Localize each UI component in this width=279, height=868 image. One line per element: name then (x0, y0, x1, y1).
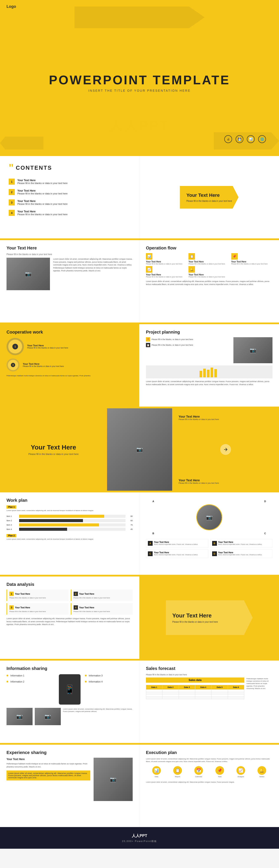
cooperative-title: Cooperative work (6, 330, 133, 335)
experience-title: Experience sharing (6, 750, 133, 755)
exec-icon-notice: 🔔 (257, 766, 266, 775)
arrow-title: Your Text Here (28, 444, 79, 451)
abcd-label-a: A (152, 500, 154, 503)
coop-item-title-2: Your Text Here (23, 363, 64, 365)
bar-track-2 (19, 519, 125, 522)
slide-text-operation: Your Text Here Please fill in the blanks… (0, 240, 279, 322)
project-body: Lorem ipsum dolor sit amet, consectetuer… (146, 380, 273, 386)
abcd-text-c: Nunc viverra imperdiet enim. Fusce est. … (154, 554, 198, 556)
exec-icon-analysis: 📈 (236, 766, 245, 775)
data-analysis-section: Data analysis 1 Your Text Here Please fi… (0, 577, 139, 659)
contents-item-3: 3 Your Text Here Please fill in the blan… (9, 198, 131, 207)
arrow-subtitle: Please fill in the blanks or data in you… (28, 453, 79, 455)
text-section: Your Text Here Please fill in the blanks… (0, 240, 139, 322)
globe-icon[interactable]: 🌐 (258, 135, 266, 143)
info-lines-right: Information 3 Information 4 (85, 674, 133, 705)
print-icon[interactable]: 🖨 (224, 135, 232, 143)
bar-track-1 (19, 515, 125, 518)
text-body: Lorem ipsum dolor sit amet, consectetuer… (53, 258, 133, 290)
data-body: Lorem ipsum dolor sit amet, consectetuer… (6, 617, 133, 626)
op-text-2: Please fill in the blanks or data in you… (189, 263, 230, 265)
data-num-4: 4 (74, 605, 78, 610)
logo-text: Logo (6, 4, 16, 9)
svg-rect-4 (214, 369, 217, 377)
col-1: Data 1 (146, 685, 162, 690)
data-title-4: Your Text Here (79, 607, 94, 609)
abcd-letter-b: B (212, 541, 217, 546)
contents-num-2: 2 (9, 189, 15, 195)
abcd-label-d: D (264, 500, 266, 503)
svg-rect-1 (203, 369, 206, 377)
experience-content: Your Text Here Pellentesque habitant mor… (6, 758, 133, 801)
data-text-3: Please fill in the blanks or data in you… (9, 611, 66, 613)
chart-icon[interactable]: 📊 (247, 135, 255, 143)
data-item-2: 2 Your Text Here Please fill in the blan… (71, 589, 133, 601)
bar-val-3: 75 (127, 524, 133, 526)
abcd-text-a: Nunc viverra imperdiet enim. Fusce est. … (154, 543, 198, 545)
circle (196, 504, 222, 530)
arrow-side-texts: Your Text Here Please fill in the blanks… (172, 408, 279, 491)
op-title-2: Your Text Here (189, 260, 230, 263)
contents-right: Your Text Here Please fill in the blanks… (139, 156, 279, 239)
chart-bar-placeholder (146, 365, 273, 378)
workplan-section: Work plan Plan 1 Lorem ipsum dolor amet,… (0, 492, 139, 575)
info-body-text: Lorem ipsum dolor sit amet, consectetur … (63, 708, 133, 725)
sub-title: INSERT THE TITLE OF YOUR PRESENTATION HE… (88, 89, 191, 92)
slide-contents: " CONTENTS 1 Your Text Here Please fill … (0, 156, 279, 239)
table-row-3 (146, 694, 244, 697)
footer-logo: 人人PPT (132, 833, 147, 838)
save-icon[interactable]: 💾 (235, 135, 243, 143)
op-title-5: Your Text Here (189, 274, 230, 276)
footer: 人人PPT 20,000+ PowerPoint模板 (0, 827, 279, 849)
slide-workplan: Work plan Plan 1 Lorem ipsum dolor amet,… (0, 492, 279, 575)
bar-fill-4 (19, 528, 67, 531)
op-title-1: Your Text Here (146, 260, 187, 263)
plan1-text: Lorem ipsum dolor amet, consectetur adip… (6, 509, 133, 512)
data-item-4: 4 Your Text Here Please fill in the blan… (71, 603, 133, 615)
cooperative-section: Cooperative work ⚙ 1 Your Text Here Plea… (0, 324, 139, 407)
data-analysis-title: Data analysis (6, 582, 133, 587)
arrow-text-section: Your Text Here Please fill in the blanks… (0, 408, 107, 491)
info-label-4: Information 4 (89, 680, 103, 683)
op-text-1: Please fill in the blanks or data in you… (146, 263, 187, 265)
execution-title: Execution plan (146, 750, 273, 755)
circle-photo (197, 504, 222, 530)
info-dot-1 (6, 675, 8, 676)
abcd-item-a: A Your Text Here Nunc viverra imperdiet … (146, 539, 208, 548)
contents-item-text-3: Please fill in the blanks or data in you… (17, 203, 67, 205)
operation-section: Operation flow 📊 Your Text Here Please f… (139, 240, 279, 322)
abcd-letter-c: C (148, 551, 152, 556)
bar-label-2: Item 2 (6, 520, 17, 522)
exec-icon-2: 📋 Report (173, 766, 182, 778)
quote-mark: " (9, 162, 14, 173)
exec-icon-4: 📌 Task (215, 766, 224, 778)
abcd-letter-d: D (212, 551, 217, 556)
bar-val-1: 80 (127, 515, 133, 517)
contents-list: 1 Your Text Here Please fill in the blan… (9, 177, 131, 217)
op-icon-3: 📌 (231, 253, 238, 260)
contents-item-title-2: Your Text Here (17, 189, 67, 192)
info-title: Information sharing (6, 666, 133, 671)
bar-row-1: Item 1 80 (6, 515, 133, 518)
bar-val-4: 45 (127, 528, 133, 530)
plan1-block: Plan 1 Lorem ipsum dolor amet, consectet… (6, 505, 133, 512)
abcd-title-c: Your Text Here (154, 551, 198, 554)
data-num-1: 1 (9, 592, 14, 596)
abcd-item-b: B Your Text Here Nunc viverra imperdiet … (210, 539, 273, 548)
data-right-title: Your Text Here (172, 612, 246, 619)
exec-icon-calendar: 📅 (194, 766, 203, 775)
data-right-text: Please fill in the blanks or data in you… (172, 621, 246, 623)
execution-section: Execution plan Lorem ipsum dolor sit ame… (139, 745, 279, 827)
info-dot-2 (6, 681, 8, 682)
experience-body1: Pellentesque habitant morbi tristique se… (6, 763, 90, 768)
experience-text-block: Your Text Here Pellentesque habitant mor… (6, 758, 90, 801)
table-row-2 (146, 692, 244, 694)
op-title-4: Your Text Here (146, 274, 187, 276)
arrow-content: Your Text Here Please fill in the blanks… (28, 444, 79, 455)
info-dot-4 (85, 681, 87, 682)
text-section-subtitle: Please fill in the blanks or data in you… (6, 253, 133, 255)
abcd-title-a: Your Text Here (154, 541, 198, 543)
bar-track-3 (19, 523, 125, 526)
col-5: Data 5 (212, 685, 228, 690)
abcd-title-b: Your Text Here (218, 541, 262, 543)
